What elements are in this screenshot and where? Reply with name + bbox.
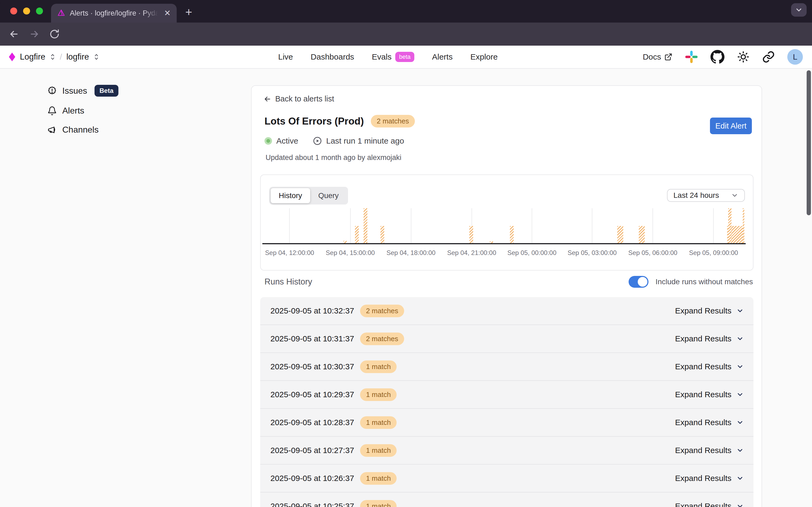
project-selector-icon[interactable] <box>94 53 99 60</box>
beta-badge: beta <box>395 52 414 62</box>
x-axis-tick-label: Sep 04, 12:00:00 <box>265 249 314 257</box>
expand-results-label: Expand Results <box>675 390 732 399</box>
page-scrollbar[interactable] <box>807 70 811 215</box>
theme-sun-icon[interactable] <box>737 50 750 63</box>
chart-x-tick-labels: Sep 04, 12:00:00Sep 04, 15:00:00Sep 04, … <box>267 249 745 260</box>
forward-icon[interactable] <box>29 29 40 40</box>
chevron-down-icon <box>736 474 744 482</box>
toggle-knob <box>638 277 647 287</box>
tab-history[interactable]: History <box>271 188 310 203</box>
slack-icon[interactable] <box>685 50 698 64</box>
run-row-left: 2025-09-05 at 10:27:371 match <box>270 444 396 457</box>
expand-results-label: Expand Results <box>675 502 732 507</box>
status-label: Active <box>276 136 298 146</box>
page-content: Issues Beta Alerts Channels Back to aler… <box>0 69 812 507</box>
browser-toolbar: logfire-eu.pydantic.info/logfire/logfire… <box>0 22 812 46</box>
chart-gridline <box>532 208 532 244</box>
run-row-left: 2025-09-05 at 10:31:372 matches <box>270 333 404 345</box>
chevron-down-icon <box>731 192 739 199</box>
tab-search-button[interactable] <box>791 3 807 17</box>
share-link-icon[interactable] <box>762 50 775 63</box>
new-tab-button[interactable]: + <box>185 5 192 19</box>
github-icon[interactable] <box>710 50 724 64</box>
maximize-window-button[interactable] <box>36 7 43 14</box>
sidebar-item-alerts[interactable]: Alerts <box>47 106 118 116</box>
expand-results-button[interactable]: Expand Results <box>675 362 744 371</box>
sidebar-item-channels[interactable]: Channels <box>47 125 118 135</box>
tab-query[interactable]: Query <box>310 188 347 203</box>
app-header: Logfire / logfire LiveDashboardsEvalsbet… <box>0 46 812 69</box>
expand-results-button[interactable]: Expand Results <box>675 474 744 483</box>
nav-item-evals[interactable]: Evalsbeta <box>372 52 414 62</box>
time-range-value: Last 24 hours <box>673 191 719 200</box>
x-axis-tick-label: Sep 05, 00:00:00 <box>507 249 556 257</box>
expand-results-button[interactable]: Expand Results <box>675 502 744 507</box>
back-link-label: Back to alerts list <box>275 95 334 103</box>
user-avatar[interactable]: L <box>787 49 803 65</box>
run-row: 2025-09-05 at 10:26:371 matchExpand Resu… <box>260 465 753 493</box>
history-query-tabs: History Query <box>269 187 348 205</box>
last-run-label: Last run 1 minute ago <box>326 136 404 146</box>
nav-item-dashboards[interactable]: Dashboards <box>311 52 354 61</box>
chevron-down-icon <box>736 502 744 507</box>
run-row-left: 2025-09-05 at 10:25:371 match <box>270 500 396 507</box>
expand-results-label: Expand Results <box>675 306 732 315</box>
nav-item-alerts[interactable]: Alerts <box>432 52 453 61</box>
docs-link[interactable]: Docs <box>643 52 672 61</box>
project-name[interactable]: logfire <box>66 52 89 62</box>
chevron-down-icon <box>736 363 744 371</box>
breadcrumb-separator: / <box>60 52 62 61</box>
nav-item-explore[interactable]: Explore <box>471 52 498 61</box>
issues-icon <box>47 86 57 96</box>
expand-results-label: Expand Results <box>675 362 732 371</box>
chevron-down-icon <box>736 335 744 342</box>
expand-results-label: Expand Results <box>675 418 732 427</box>
close-window-button[interactable] <box>10 7 17 14</box>
run-row: 2025-09-05 at 10:31:372 matchesExpand Re… <box>260 325 753 353</box>
run-timestamp: 2025-09-05 at 10:26:37 <box>270 474 354 483</box>
back-to-alerts-link[interactable]: Back to alerts list <box>263 95 334 103</box>
run-row: 2025-09-05 at 10:30:371 matchExpand Resu… <box>260 353 753 381</box>
chart-gridline <box>289 208 290 244</box>
browser-tab[interactable]: Alerts · logfire/logfire · Pydant ✕ <box>51 4 177 22</box>
org-name[interactable]: Logfire <box>20 52 45 62</box>
minimize-window-button[interactable] <box>23 7 30 14</box>
sidebar-item-issues[interactable]: Issues Beta <box>47 85 118 97</box>
x-axis-tick-label: Sep 04, 18:00:00 <box>386 249 436 257</box>
logfire-favicon <box>57 9 65 17</box>
org-selector-icon[interactable] <box>50 53 56 60</box>
chart-bar <box>380 226 384 244</box>
back-icon[interactable] <box>9 29 19 40</box>
match-count-badge: 1 match <box>360 388 397 401</box>
tab-close-icon[interactable]: ✕ <box>164 9 171 17</box>
expand-results-button[interactable]: Expand Results <box>675 334 744 343</box>
expand-results-button[interactable]: Expand Results <box>675 306 744 315</box>
expand-results-label: Expand Results <box>675 474 732 483</box>
expand-results-button[interactable]: Expand Results <box>675 418 744 427</box>
run-row: 2025-09-05 at 10:28:371 matchExpand Resu… <box>260 409 753 437</box>
edit-alert-button[interactable]: Edit Alert <box>710 118 752 134</box>
chart-gridline <box>350 208 351 244</box>
nav-item-live[interactable]: Live <box>278 52 293 61</box>
x-axis-tick-label: Sep 05, 03:00:00 <box>567 249 617 257</box>
reload-icon[interactable] <box>49 29 60 39</box>
matches-badge: 2 matches <box>371 115 415 127</box>
external-link-icon <box>664 53 672 61</box>
run-timestamp: 2025-09-05 at 10:28:37 <box>270 418 354 427</box>
play-circle-icon <box>313 136 322 146</box>
x-axis-tick-label: Sep 04, 15:00:00 <box>326 249 375 257</box>
chart-bar <box>639 226 645 244</box>
runs-history-list: 2025-09-05 at 10:32:372 matchesExpand Re… <box>260 297 753 507</box>
time-range-dropdown[interactable]: Last 24 hours <box>667 189 745 202</box>
run-row-left: 2025-09-05 at 10:32:372 matches <box>270 304 404 317</box>
match-count-badge: 2 matches <box>360 333 404 345</box>
history-panel: History Query Last 24 hours Sep 04, 12:0… <box>260 174 753 271</box>
include-runs-toggle[interactable] <box>629 276 648 288</box>
expand-results-button[interactable]: Expand Results <box>675 390 744 399</box>
browser-tab-strip: Alerts · logfire/logfire · Pydant ✕ + <box>0 0 812 22</box>
sidebar-item-label: Alerts <box>62 106 84 116</box>
page-title: Lots Of Errors (Prod) <box>265 116 364 127</box>
expand-results-button[interactable]: Expand Results <box>675 446 744 455</box>
chart-bar <box>617 226 623 244</box>
main-nav: LiveDashboardsEvalsbetaAlertsExplore <box>278 46 498 68</box>
